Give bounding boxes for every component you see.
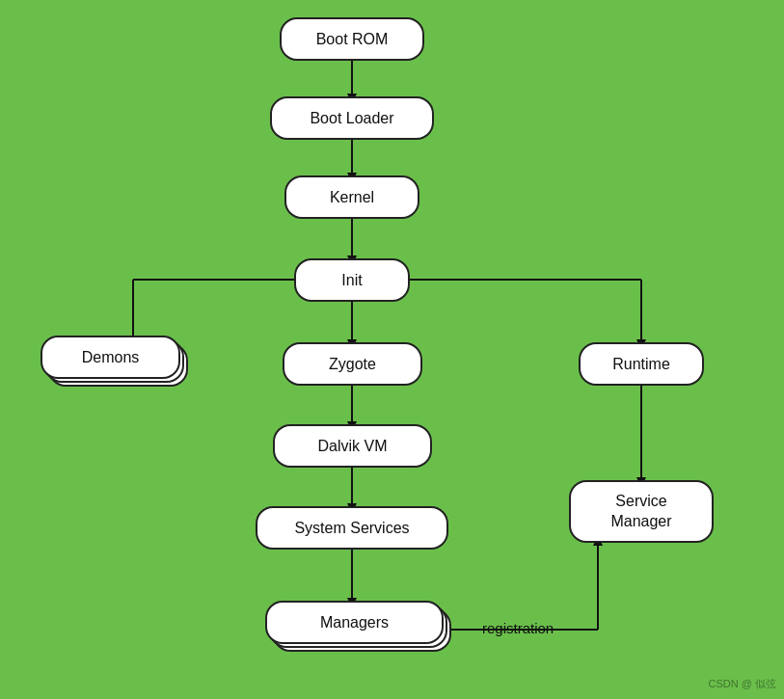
runtime-node: Runtime	[579, 342, 704, 386]
registration-label: registration	[482, 620, 554, 636]
system-services-node: System Services	[256, 506, 448, 550]
boot-rom-node: Boot ROM	[280, 17, 424, 61]
dalvik-vm-node: Dalvik VM	[273, 424, 432, 468]
zygote-node: Zygote	[283, 342, 422, 386]
managers-stack: Managers	[265, 601, 444, 644]
diagram-container: Boot ROM Boot Loader Kernel Init Zygote …	[0, 0, 784, 699]
service-manager-node: Service Manager	[569, 480, 714, 543]
watermark: CSDN @ 似弦	[709, 677, 776, 691]
kernel-node: Kernel	[284, 175, 419, 219]
demons-stack: Demons	[41, 336, 180, 379]
boot-loader-node: Boot Loader	[270, 96, 434, 140]
init-node: Init	[294, 258, 410, 302]
